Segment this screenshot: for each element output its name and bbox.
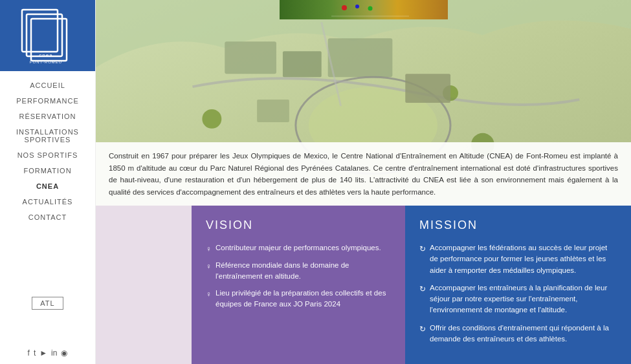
nav-reservation[interactable]: RÉSERVATION: [0, 109, 95, 124]
nav-nos-sportifs[interactable]: NOS SPORTIFS: [0, 147, 95, 163]
bottom-section: VISION ♀ Contributeur majeur de performa…: [96, 206, 631, 364]
bottom-spacer: [96, 206, 192, 364]
facebook-icon[interactable]: f: [28, 348, 30, 358]
mission-item-2: ↻ Accompagner les entraîneurs à la plani…: [419, 283, 617, 316]
sidebar: cnea FONT-ROMEU ACCUEIL PERFORMANCE RÉSE…: [0, 0, 96, 364]
youtube-icon[interactable]: ►: [39, 348, 47, 358]
main-nav: ACCUEIL PERFORMANCE RÉSERVATION INSTALLA…: [0, 71, 95, 225]
mission-item-1: ↻ Accompagner les fédérations au succès …: [419, 242, 617, 276]
vision-item-1: ♀ Contributeur majeur de performances ol…: [206, 242, 391, 255]
intro-paragraph: Construit en 1967 pour préparer les Jeux…: [109, 150, 618, 198]
svg-point-17: [202, 109, 221, 129]
mission-panel: MISSION ↻ Accompagner les fédérations au…: [405, 206, 631, 364]
atl-button[interactable]: ATL: [32, 297, 63, 310]
top-section: Construit en 1967 pour préparer les Jeux…: [96, 0, 631, 206]
nav-actualites[interactable]: ACTUALITÉS: [0, 194, 95, 209]
mission-icon-3: ↻: [419, 323, 426, 335]
nav-installations[interactable]: INSTALLATIONS SPORTIVES: [0, 124, 95, 147]
instagram-icon[interactable]: ◉: [61, 348, 67, 358]
intro-text-overlay: Construit en 1967 pour préparer les Jeux…: [96, 142, 631, 206]
nav-accueil[interactable]: ACCUEIL: [0, 78, 95, 93]
sport-photo: [280, 0, 448, 19]
svg-rect-20: [257, 100, 289, 122]
svg-rect-13: [283, 51, 322, 77]
mission-icon-1: ↻: [419, 243, 426, 255]
vision-text-1: Contributeur majeur de performances olym…: [216, 242, 381, 253]
vision-panel: VISION ♀ Contributeur majeur de performa…: [192, 206, 405, 364]
svg-point-9: [368, 6, 372, 11]
linkedin-icon[interactable]: in: [51, 348, 57, 358]
vision-icon-1: ♀: [206, 243, 212, 255]
mission-text-1: Accompagner les fédérations au succès de…: [430, 242, 617, 276]
vision-text-2: Référence mondiale dans le domaine de l'…: [216, 260, 391, 283]
mission-text-2: Accompagner les entraîneurs à la planifi…: [430, 283, 617, 316]
nav-formation[interactable]: FORMATION: [0, 163, 95, 178]
svg-text:FONT-ROMEU: FONT-ROMEU: [29, 60, 61, 64]
mission-text-3: Offrir des conditions d'entraînement qui…: [430, 323, 617, 345]
svg-rect-12: [225, 41, 276, 74]
mission-title: MISSION: [419, 219, 617, 232]
main-content: Construit en 1967 pour préparer les Jeux…: [96, 0, 631, 364]
vision-item-3: ♀ Lieu privilégié de la préparation des …: [206, 288, 391, 310]
vision-text-3: Lieu privilégié de la préparation des co…: [216, 288, 391, 310]
logo-svg: cnea FONT-ROMEU: [19, 6, 77, 65]
vision-item-2: ♀ Référence mondiale dans le domaine de …: [206, 260, 391, 283]
mission-item-3: ↻ Offrir des conditions d'entraînement q…: [419, 323, 617, 345]
svg-rect-21: [405, 74, 450, 103]
svg-point-8: [355, 5, 359, 8]
nav-contact[interactable]: CONTACT: [0, 209, 95, 225]
vision-title: VISION: [206, 219, 391, 232]
logo-area: cnea FONT-ROMEU: [0, 0, 95, 71]
twitter-icon[interactable]: t: [34, 348, 36, 358]
vision-icon-3: ♀: [206, 288, 212, 300]
svg-text:cnea: cnea: [39, 52, 52, 58]
nav-performance[interactable]: PERFORMANCE: [0, 93, 95, 109]
nav-cnea[interactable]: CNEA: [0, 178, 95, 194]
mission-icon-2: ↻: [419, 283, 426, 295]
atl-section: ATL: [32, 297, 63, 310]
vision-icon-2: ♀: [206, 261, 212, 272]
svg-rect-14: [328, 38, 393, 77]
svg-point-7: [342, 5, 347, 10]
social-links: f t ► in ◉: [28, 348, 68, 358]
